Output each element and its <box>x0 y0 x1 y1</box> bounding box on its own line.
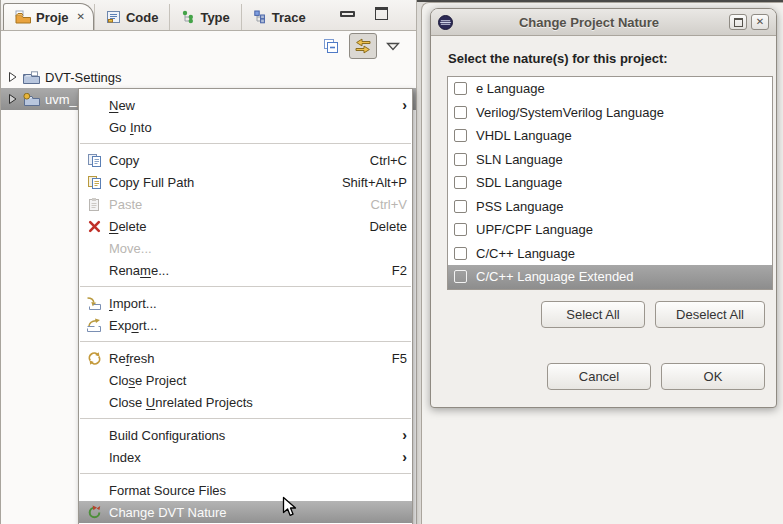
checkbox-icon[interactable] <box>454 153 467 166</box>
menu-item-label: Index <box>103 450 398 465</box>
menu-item-change-dvt-nature[interactable]: Change DVT Nature <box>79 501 412 523</box>
copy-path-icon <box>85 175 103 190</box>
menu-item-new[interactable]: New› <box>79 94 412 116</box>
nature-row-vhdl-language[interactable]: VHDL Language <box>448 124 772 148</box>
nature-label: C/C++ Language Extended <box>476 269 634 284</box>
menu-item-label: Close Unrelated Projects <box>103 395 407 410</box>
dialog-close-icon[interactable]: ✕ <box>751 14 769 30</box>
cancel-button[interactable]: Cancel <box>547 363 651 390</box>
menu-item-label: Export... <box>103 318 407 333</box>
menu-item-export[interactable]: Export... <box>79 314 412 336</box>
menu-item-label: Go Into <box>103 120 407 135</box>
nature-label: Verilog/SystemVerilog Language <box>476 105 664 120</box>
menu-item-delete[interactable]: DeleteDelete <box>79 215 412 237</box>
menu-item-shortcut: F2 <box>392 263 407 278</box>
menu-item-copy[interactable]: CopyCtrl+C <box>79 149 412 171</box>
submenu-arrow-icon: › <box>398 450 407 464</box>
menu-item-close-unrelated-projects[interactable]: Close Unrelated Projects <box>79 391 412 413</box>
change-project-nature-dialog: Change Project Nature ✕ Select the natur… <box>430 8 777 408</box>
nature-list: e LanguageVerilog/SystemVerilog Language… <box>447 76 773 290</box>
paste-icon <box>85 197 103 212</box>
menu-item-label: Build Configurations <box>103 428 398 443</box>
menu-item-import[interactable]: Import... <box>79 292 412 314</box>
menu-item-label: Delete <box>103 219 369 234</box>
copy-icon <box>85 153 103 168</box>
nature-row-c-c-language-extended[interactable]: C/C++ Language Extended <box>448 265 772 289</box>
export-icon <box>85 318 103 333</box>
view-menu-icon[interactable] <box>386 42 400 51</box>
minimize-panel-icon[interactable] <box>340 11 355 17</box>
close-tab-icon[interactable]: ✕ <box>77 12 85 22</box>
ok-button[interactable]: OK <box>661 363 765 390</box>
expand-arrow-icon[interactable] <box>8 93 18 105</box>
menu-item-label: Move... <box>103 241 407 256</box>
dialog-maximize-icon[interactable] <box>729 14 747 30</box>
dialog-prompt: Select the nature(s) for this project: <box>448 51 776 66</box>
menu-item-label: Refresh <box>103 351 392 366</box>
menu-item-shortcut: Ctrl+V <box>371 197 407 212</box>
tab-label: Proje <box>36 10 69 25</box>
menu-item-label: Format Source Files <box>103 483 407 498</box>
menu-item-go-into[interactable]: Go Into <box>79 116 412 138</box>
menu-item-label: Change DVT Nature <box>103 505 407 520</box>
menu-item-label: Copy <box>103 153 370 168</box>
checkbox-icon[interactable] <box>454 247 467 260</box>
tab-trace[interactable]: Trace <box>241 4 317 30</box>
menu-item-paste: PasteCtrl+V <box>79 193 412 215</box>
checkbox-icon[interactable] <box>454 106 467 119</box>
menu-item-rename[interactable]: Rename...F2 <box>79 259 412 281</box>
tab-type[interactable]: Type <box>169 4 240 30</box>
checkbox-icon[interactable] <box>454 270 467 283</box>
tab-code[interactable]: Code <box>94 4 170 30</box>
trace-view-icon <box>253 10 267 24</box>
select-all-button[interactable]: Select All <box>541 301 645 328</box>
menu-separator <box>80 473 411 474</box>
menu-item-label: Copy Full Path <box>103 175 342 190</box>
menu-item-shortcut: Shift+Alt+P <box>342 175 407 190</box>
nature-label: PSS Language <box>476 199 563 214</box>
checkbox-icon[interactable] <box>454 129 467 142</box>
nature-row-e-language[interactable]: e Language <box>448 77 772 101</box>
project-explorer-icon <box>15 10 31 24</box>
nature-row-upf-cpf-language[interactable]: UPF/CPF Language <box>448 218 772 242</box>
menu-item-label: Rename... <box>103 263 392 278</box>
menu-item-index[interactable]: Index› <box>79 446 412 468</box>
change-dvt-nature-icon <box>85 505 103 520</box>
menu-item-label: New <box>103 98 398 113</box>
menu-item-close-project[interactable]: Close Project <box>79 369 412 391</box>
nature-row-pss-language[interactable]: PSS Language <box>448 195 772 219</box>
tree-item-label: DVT-Settings <box>45 70 122 85</box>
menu-separator <box>80 143 411 144</box>
nature-row-sln-language[interactable]: SLN Language <box>448 148 772 172</box>
nature-label: C/C++ Language <box>476 246 575 261</box>
tab-label: Code <box>126 10 159 25</box>
tree-row-dvt-settings[interactable]: DVT-Settings <box>1 66 416 88</box>
project-folder-warning-icon <box>23 93 40 106</box>
collapse-all-icon[interactable] <box>322 37 340 55</box>
nature-row-c-c-language[interactable]: C/C++ Language <box>448 242 772 266</box>
code-view-icon <box>106 10 121 24</box>
tab-project-explorer[interactable]: Proje ✕ <box>3 3 94 30</box>
link-with-editor-icon[interactable] <box>349 33 377 59</box>
checkbox-icon[interactable] <box>454 223 467 236</box>
checkbox-icon[interactable] <box>454 176 467 189</box>
dialog-titlebar[interactable]: Change Project Nature ✕ <box>431 9 776 36</box>
nature-label: UPF/CPF Language <box>476 222 593 237</box>
maximize-panel-icon[interactable] <box>375 7 388 20</box>
menu-item-format-source-files[interactable]: Format Source Files <box>79 479 412 501</box>
checkbox-icon[interactable] <box>454 200 467 213</box>
menu-item-build-configurations[interactable]: Build Configurations› <box>79 424 412 446</box>
checkbox-icon[interactable] <box>454 82 467 95</box>
mouse-cursor <box>282 496 298 522</box>
nature-row-sdl-language[interactable]: SDL Language <box>448 171 772 195</box>
tree-item-label: uvm_ <box>45 92 77 107</box>
deselect-all-button[interactable]: Deselect All <box>655 301 765 328</box>
import-icon <box>85 296 103 311</box>
nature-row-verilog-systemverilog-language[interactable]: Verilog/SystemVerilog Language <box>448 101 772 125</box>
menu-item-refresh[interactable]: RefreshF5 <box>79 347 412 369</box>
menu-separator <box>80 418 411 419</box>
type-hierarchy-icon <box>181 10 195 24</box>
menu-item-copy-full-path[interactable]: Copy Full PathShift+Alt+P <box>79 171 412 193</box>
expand-arrow-icon[interactable] <box>8 71 18 83</box>
menu-item-shortcut: Delete <box>369 219 407 234</box>
